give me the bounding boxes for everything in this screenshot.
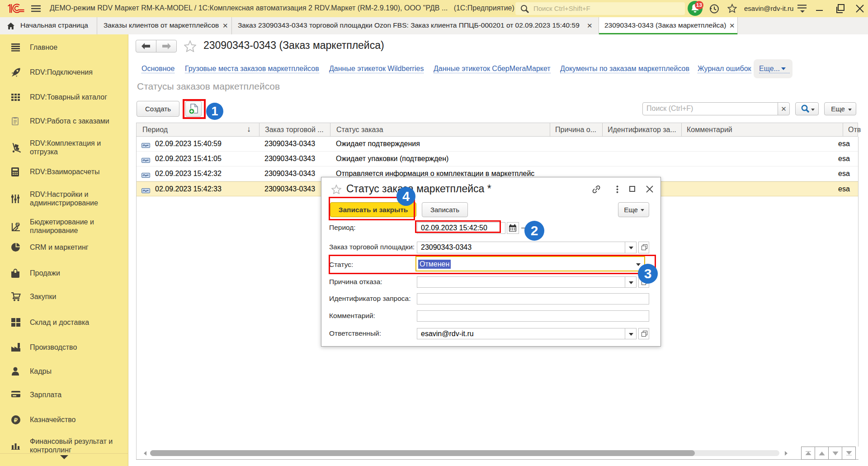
svg-text:₽: ₽ — [14, 417, 18, 423]
svg-text:₽: ₽ — [16, 222, 19, 227]
